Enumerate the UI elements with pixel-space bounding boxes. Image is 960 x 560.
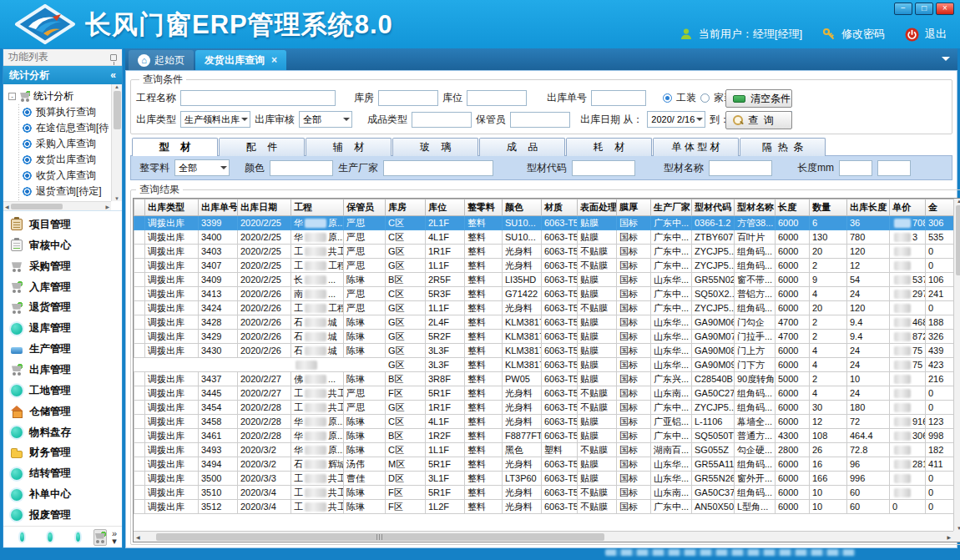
search-button[interactable]: 查 询 — [725, 111, 792, 129]
table-row[interactable]: G区3L3F整料KLM38176063-T5贴膜国标山东华...GA90M09.… — [134, 358, 960, 372]
keeper-input[interactable] — [510, 112, 570, 128]
status-dot-icon[interactable] — [20, 532, 24, 542]
table-row[interactable]: 调拨出库34002020/2/25华原...严思C区4L1F整料SU10...6… — [134, 230, 960, 245]
table-row[interactable]: 调拨出库34282020/2/26石城陈琳G区2L4F整料KLM38176063… — [134, 315, 960, 330]
sidebar-footer-cart-button[interactable] — [93, 529, 107, 546]
profile-name-input[interactable] — [709, 160, 772, 176]
radio-jiazhuang[interactable] — [700, 93, 710, 103]
column-header[interactable]: 颜色 — [503, 199, 542, 216]
radio-gongzhuang[interactable] — [663, 93, 672, 103]
scroll-down-icon[interactable]: ▼ — [114, 196, 119, 201]
tree-item[interactable]: 退货查询[待定] — [8, 184, 122, 199]
tree-item[interactable]: 采购入库查询 — [8, 136, 122, 152]
table-row[interactable]: 调拨出库35122020/3/4工共工程陈琳F区1L2F整料光身料6063-T5… — [134, 500, 960, 514]
sidebar-menu-item[interactable]: 结转管理 — [11, 463, 122, 484]
material-tab[interactable]: 耗 材 — [566, 138, 652, 156]
scroll-right-icon[interactable]: ▶ — [947, 534, 951, 540]
table-row[interactable]: 调拨出库34452020/2/27工共工程严思F区5R1F整料光身料6063-T… — [134, 386, 960, 401]
logout-link[interactable]: 退出 — [925, 27, 947, 42]
column-header[interactable]: 库位 — [426, 199, 465, 216]
table-row[interactable]: 调拨出库34092020/2/25长...陈琳B区2R5F整料LI35HD606… — [134, 273, 960, 287]
sidebar-menu-item[interactable]: 仓储管理 — [11, 401, 122, 422]
sidebar-menu-item[interactable]: 退货管理 — [11, 297, 122, 318]
scrollbar-thumb[interactable] — [114, 91, 121, 129]
table-row[interactable]: 调拨出库34942020/3/2石辉城汤伟M区5R1F整料光身料6063-T5贴… — [134, 457, 960, 472]
scroll-left-icon[interactable]: ◀ — [136, 534, 140, 540]
table-row[interactable]: 调拨出库34032020/2/25工共工程严思G区1R1F整料光身料6063-T… — [134, 245, 960, 259]
project-name-input[interactable] — [180, 90, 336, 106]
column-header[interactable]: 数量 — [810, 199, 847, 216]
table-row[interactable]: 调拨出库34582020/2/28华原...陈琳C区4L1F整料光身料6063-… — [134, 415, 960, 429]
order-no-input[interactable] — [591, 90, 646, 106]
tab-active[interactable]: 发货出库查询× — [195, 50, 286, 70]
material-tab[interactable]: 隔 热 条 — [740, 138, 826, 156]
change-password-link[interactable]: 修改密码 — [841, 27, 885, 42]
pin-icon[interactable] — [110, 54, 117, 61]
tab-start[interactable]: ⌂起始页 — [129, 50, 194, 70]
material-tab[interactable]: 辅 材 — [306, 138, 392, 156]
column-header[interactable]: 生产厂家 — [651, 199, 692, 216]
column-header[interactable]: 出库类型 — [145, 199, 199, 216]
column-header[interactable]: 膜厚 — [617, 199, 651, 216]
sidebar-menu-item[interactable]: 采购管理 — [11, 256, 122, 277]
column-header[interactable]: 型材名称 — [735, 199, 776, 216]
column-header[interactable]: 工程 — [291, 199, 344, 216]
grid-horizontal-scrollbar[interactable]: ◀ ▶ — [134, 531, 953, 542]
column-header[interactable]: 库房 — [386, 199, 426, 216]
tab-close-icon[interactable]: × — [271, 54, 277, 66]
tree-root[interactable]: - 统计分析 — [8, 88, 122, 104]
table-row[interactable]: 调拨出库35002020/3/3工共工程曹佳D区3L1F整料LT3P606063… — [134, 472, 960, 486]
grid-vertical-scrollbar[interactable]: ▲ ▼ — [953, 199, 960, 531]
profile-code-input[interactable] — [572, 160, 635, 176]
table-row[interactable]: 调拨出库34292020/2/26石城陈琳G区5R2F整料KLM38176063… — [134, 330, 960, 344]
table-row[interactable]: 调拨出库33992020/2/25华原...严思C区2L1F整料SU10...6… — [134, 216, 960, 230]
clear-conditions-button[interactable]: 清空条件 — [725, 89, 792, 108]
table-row[interactable]: 调拨出库34132020/2/26南...严思C区5R3F整料G71422606… — [134, 287, 960, 301]
sidebar-menu-item[interactable]: 入库管理 — [11, 277, 122, 298]
outbound-type-select[interactable]: 生产领料出库 — [180, 111, 250, 128]
tree-horizontal-scrollbar[interactable]: ◀ ▶ — [3, 201, 111, 210]
scroll-right-icon[interactable]: ▶ — [105, 204, 109, 209]
sidebar-menu-item[interactable]: 报废管理 — [11, 505, 122, 526]
color-input[interactable] — [270, 160, 333, 176]
sidebar-menu-item[interactable]: 项目管理 — [11, 214, 122, 235]
sidebar-menu-item[interactable]: 出库管理 — [11, 360, 122, 381]
scroll-up-icon[interactable]: ▲ — [957, 199, 960, 204]
minimize-button[interactable]: − — [894, 3, 912, 15]
column-header[interactable]: 出库长度 — [847, 199, 890, 216]
sidebar-more-button[interactable]: » ▾ — [112, 530, 117, 545]
scrollbar-thumb[interactable] — [156, 533, 604, 541]
sidebar-menu-item[interactable]: 补单中心 — [11, 484, 122, 505]
status-dot-icon[interactable] — [76, 532, 80, 542]
tree-vertical-scrollbar[interactable]: ▲ ▼ — [111, 84, 122, 201]
column-header[interactable]: 型材代码 — [692, 199, 735, 216]
sidebar-section-header[interactable]: 统计分析 « — [3, 66, 122, 84]
tree-item[interactable]: 收货入库查询 — [8, 168, 122, 184]
column-header[interactable]: 出库单号 — [199, 199, 238, 216]
part-select[interactable]: 全部 — [174, 159, 230, 176]
table-row[interactable]: 调拨出库34072020/2/25工工程严思G区1L1F整料光身料6063-T5… — [134, 259, 960, 273]
table-row[interactable]: 调拨出库34372020/2/27佛...陈琳B区3R8F整料PW056063-… — [134, 372, 960, 386]
material-tab[interactable]: 玻 璃 — [392, 138, 478, 156]
close-button[interactable]: × — [936, 3, 954, 15]
table-row[interactable]: 调拨出库34242020/2/26工工程严思G区1L1F整料光身料6063-T5… — [134, 301, 960, 315]
table-row[interactable]: 调拨出库35102020/3/4工共工程陈琳F区5R1F整料光身料6063-T5… — [134, 486, 960, 500]
tab-overflow-dropdown-icon[interactable] — [942, 57, 950, 65]
scrollbar-thumb[interactable] — [956, 205, 960, 275]
scrollbar-thumb[interactable] — [11, 204, 63, 209]
length-from-input[interactable] — [839, 160, 872, 176]
material-tab[interactable]: 型 材 — [132, 138, 218, 156]
material-tab[interactable]: 配 件 — [219, 138, 305, 156]
table-row[interactable]: 调拨出库34542020/2/28工共工程严思G区1R1F整料光身料6063-T… — [134, 401, 960, 415]
sidebar-menu-item[interactable]: 审核中心 — [11, 235, 122, 256]
sidebar-menu-item[interactable]: 生产管理 — [11, 339, 122, 360]
length-to-input[interactable] — [877, 160, 911, 176]
collapse-icon[interactable]: « — [110, 69, 116, 81]
location-input[interactable] — [467, 90, 527, 106]
column-header[interactable]: 单价 — [890, 199, 926, 216]
date-from-select[interactable]: 2020/ 2/16 — [647, 111, 705, 128]
sidebar-menu-item[interactable]: 物料盘存 — [11, 422, 122, 443]
maker-input[interactable] — [383, 160, 493, 176]
column-header[interactable]: 出库日期 — [238, 199, 291, 216]
scroll-up-icon[interactable]: ▲ — [114, 84, 119, 89]
